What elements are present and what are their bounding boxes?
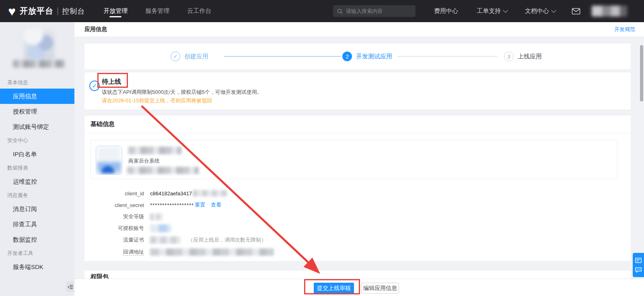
nav-open-management[interactable]: 开放管理: [103, 0, 128, 22]
chevron-down-icon: [551, 8, 556, 13]
user-account-redacted[interactable]: [592, 6, 627, 17]
chat-icon: [635, 267, 642, 273]
app-logo-redacted: [24, 29, 55, 60]
step1-label: 创建应用: [184, 53, 208, 60]
app-extra-redacted: [127, 167, 199, 174]
view-secret-link[interactable]: 查看: [211, 201, 221, 209]
main-content: 应用信息 开发规范 ✓ 创建应用 2 开发测试应用 3 上线应用 ✓ 待上线 该: [74, 22, 644, 296]
page-header: 应用信息 开发规范: [74, 22, 644, 37]
search-icon: [337, 8, 343, 14]
mail-icon[interactable]: [572, 8, 580, 15]
field-client-secret: client_secret ****************** 重置 查看: [84, 201, 221, 209]
field-security-level: 安全等级: [84, 213, 163, 221]
app-summary-box: 商家后台系统: [91, 140, 617, 179]
app-name-redacted: [13, 60, 64, 68]
step-create-app: ✓ 创建应用: [171, 43, 208, 69]
sidebar-section-basic-info: 基本信息: [0, 77, 74, 89]
traffic-cert-redacted: [150, 236, 181, 244]
platform-logo: ♥ 开放平台 | 控制台: [0, 5, 85, 18]
sidebar: 基本信息 应用信息 授权管理 测试账号绑定 安全中心 IP白名单 数据报表 运维…: [0, 22, 74, 296]
sidebar-item-ip-whitelist[interactable]: IP白名单: [0, 147, 74, 162]
sidebar-section-message-service: 消息服务: [0, 189, 74, 201]
chevron-down-icon: [503, 8, 508, 13]
search-box[interactable]: [333, 5, 416, 17]
step2-label: 开发测试应用: [356, 53, 392, 60]
sidebar-menu: 基本信息 应用信息 授权管理 测试账号绑定 安全中心 IP白名单 数据报表 运维…: [0, 77, 74, 275]
callback-url-redacted: [150, 248, 274, 256]
sidebar-section-developer-tools: 开发者工具: [0, 247, 74, 259]
status-check-icon: ✓: [89, 81, 100, 91]
status-deadline-warning: 请在2026-01-15前提交上线，否则应用将被驳回: [102, 97, 212, 104]
link-doc-center[interactable]: 文档中心: [525, 7, 555, 15]
divider: [84, 133, 631, 133]
field-client-id: client_id c864182aefa3417: [84, 189, 227, 197]
app-icon-redacted: [96, 146, 122, 175]
search-input[interactable]: [346, 8, 410, 14]
page: ♥ 开放平台 | 控制台 开放管理 服务管理 云工作台 费用中心 工单支持: [0, 0, 644, 296]
reset-secret-link[interactable]: 重置: [195, 201, 205, 209]
page-title: 应用信息: [84, 26, 107, 33]
dev-spec-link[interactable]: 开发规范: [614, 26, 635, 33]
sidebar-item-app-info[interactable]: 应用信息: [0, 89, 74, 104]
security-level-redacted: [150, 213, 163, 220]
sidebar-item-authorization[interactable]: 授权管理: [0, 104, 74, 119]
field-authorizable-account: 可授权账号: [84, 224, 171, 232]
brand-name: 开放平台: [20, 6, 53, 17]
floating-help-widget[interactable]: [633, 253, 644, 277]
client-id-value: c864182aefa3417: [150, 190, 192, 197]
traffic-cert-note: （应用上线后，调用次数无限制）: [188, 236, 266, 244]
sidebar-item-data-monitoring[interactable]: 数据监控: [0, 232, 74, 247]
topbar-nav: 开放管理 服务管理 云工作台: [103, 0, 211, 22]
field-callback-url: 回调地址: [84, 248, 274, 256]
sidebar-item-message-subscription[interactable]: 消息订阅: [0, 201, 74, 217]
app-subtitle: 商家后台系统: [128, 157, 160, 165]
sidebar-item-troubleshoot-tools[interactable]: 排查工具: [0, 217, 74, 232]
client-secret-masked: ******************: [150, 202, 194, 208]
footer-action-bar: 提交上线审核 编辑应用信息: [74, 279, 644, 296]
client-id-redacted: [193, 190, 227, 197]
edit-app-info-button[interactable]: 编辑应用信息: [361, 283, 399, 294]
app-title-redacted: [128, 147, 181, 154]
console-label: 控制台: [62, 6, 85, 16]
step-connector-pending: [397, 56, 497, 57]
heart-logo-icon: ♥: [8, 5, 15, 18]
status-card: ✓ 待上线 该状态下API调用限制5000次/天，授权店铺5个，可做开发测试使用…: [84, 72, 631, 110]
stepper-card: ✓ 创建应用 2 开发测试应用 3 上线应用: [84, 43, 631, 69]
basic-info-card: 基础信息 商家后台系统 client_id c864182aefa3417 cl…: [84, 116, 631, 261]
status-title: 待上线: [102, 78, 121, 86]
collapse-sidebar-icon: [68, 284, 73, 290]
form-icon: [635, 258, 642, 263]
nav-cloud-workspace[interactable]: 云工作台: [187, 0, 211, 22]
topbar: ♥ 开放平台 | 控制台 开放管理 服务管理 云工作台 费用中心 工单支持: [0, 0, 644, 22]
step-launch-app: 3 上线应用: [504, 43, 542, 69]
status-description: 该状态下API调用限制5000次/天，授权店铺5个，可做开发测试使用。: [102, 89, 262, 96]
step2-number: 2: [342, 52, 352, 61]
step3-number: 3: [504, 52, 514, 61]
step3-label: 上线应用: [518, 53, 542, 60]
basic-info-title: 基础信息: [91, 120, 115, 128]
sidebar-section-data-reports: 数据报表: [0, 162, 74, 174]
sidebar-collapse-toggle[interactable]: [66, 282, 74, 292]
authorizable-account-redacted: [150, 224, 171, 232]
link-ticket-support[interactable]: 工单支持: [477, 7, 506, 15]
sidebar-section-security-center: 安全中心: [0, 135, 74, 147]
step1-check-icon: ✓: [171, 52, 180, 61]
link-billing-center[interactable]: 费用中心: [434, 7, 458, 15]
step-connector-done: [224, 56, 341, 57]
step-dev-test-app: 2 开发测试应用: [342, 43, 392, 69]
sidebar-item-test-account-binding[interactable]: 测试账号绑定: [0, 119, 74, 135]
logo-divider: |: [57, 6, 59, 16]
sidebar-item-server-sdk[interactable]: 服务端SDK: [0, 259, 74, 275]
nav-service-management[interactable]: 服务管理: [145, 0, 169, 22]
sidebar-item-ops-monitoring[interactable]: 运维监控: [0, 174, 74, 189]
topbar-right: 费用中心 工单支持 文档中心: [333, 5, 644, 17]
field-traffic-certificate: 流量证书 （应用上线后，调用次数无限制）: [84, 236, 266, 244]
vertical-scrollbar-thumb[interactable]: [640, 45, 643, 101]
submit-review-button[interactable]: 提交上线审核: [314, 283, 354, 294]
